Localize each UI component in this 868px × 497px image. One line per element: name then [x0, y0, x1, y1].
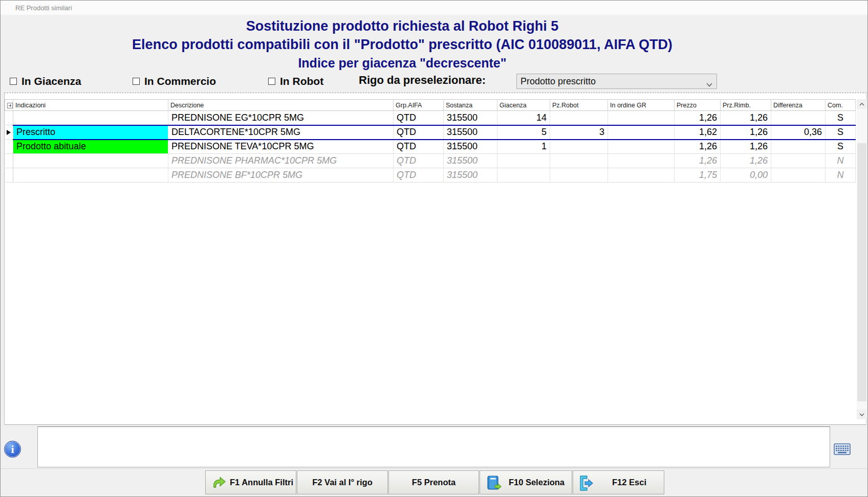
- cell-indicazioni[interactable]: Prescritto: [13, 125, 168, 140]
- cell-giacenza[interactable]: [497, 168, 550, 183]
- cell-prezzo[interactable]: 1,75: [675, 168, 721, 183]
- cell-in-ordine-gr[interactable]: [608, 140, 675, 154]
- cell-differenza[interactable]: [771, 154, 826, 168]
- expand-all-header[interactable]: [5, 100, 13, 111]
- scroll-up-button[interactable]: [857, 99, 867, 109]
- checkbox-icon[interactable]: [268, 78, 275, 85]
- cell-grp-aifa[interactable]: QTD: [394, 125, 444, 140]
- table-row[interactable]: PREDNISONE EG*10CPR 5MG QTD 315500 14 1,…: [5, 111, 856, 125]
- preselect-dropdown-value: Prodotto prescritto: [520, 76, 596, 87]
- cell-sostanza[interactable]: 315500: [444, 125, 497, 140]
- expand-all-icon[interactable]: [7, 103, 13, 108]
- cell-descrizione[interactable]: PREDNISONE EG*10CPR 5MG: [168, 111, 394, 125]
- col-header-giacenza[interactable]: Giacenza: [497, 100, 550, 111]
- f12-esci-button[interactable]: F12 Esci: [573, 470, 664, 494]
- col-header-com[interactable]: Com.: [826, 100, 856, 111]
- col-header-grp-aifa[interactable]: Grp.AIFA: [394, 100, 444, 111]
- scroll-down-button[interactable]: [857, 410, 867, 419]
- row-selector-cell[interactable]: [5, 168, 13, 183]
- f5-prenota-button[interactable]: F5 Prenota: [388, 470, 479, 494]
- col-header-indicazioni[interactable]: Indicazioni: [13, 100, 168, 111]
- f2-vai-al-primo-rigo-button[interactable]: F2 Vai al I° rigo: [297, 470, 388, 494]
- cell-in-ordine-gr[interactable]: [608, 168, 675, 183]
- cell-prz-rimb[interactable]: 1,26: [721, 125, 771, 140]
- keyboard-icon[interactable]: [834, 443, 851, 457]
- cell-indicazioni[interactable]: [13, 111, 168, 125]
- cell-com[interactable]: S: [826, 111, 856, 125]
- cell-sostanza[interactable]: 315500: [444, 168, 497, 183]
- cell-giacenza[interactable]: [497, 154, 550, 168]
- vertical-scrollbar[interactable]: [857, 99, 867, 419]
- table-row[interactable]: PREDNISONE BF*10CPR 5MG QTD 315500 1,75 …: [5, 168, 856, 183]
- f1-annulla-filtri-button[interactable]: F1 Annulla Filtri: [205, 470, 296, 494]
- table-row[interactable]: PREDNISONE PHARMAC*10CPR 5MG QTD 315500 …: [5, 154, 856, 168]
- cell-indicazioni[interactable]: [13, 154, 168, 168]
- col-header-prz-rimb[interactable]: Prz.Rimb.: [721, 100, 771, 111]
- col-header-differenza[interactable]: Differenza: [771, 100, 826, 111]
- cell-giacenza[interactable]: 5: [497, 125, 550, 140]
- cell-differenza[interactable]: 0,36: [771, 125, 826, 140]
- cell-indicazioni[interactable]: Prodotto abituale: [13, 140, 168, 154]
- row-selector-cell[interactable]: [5, 140, 13, 154]
- cell-indicazioni[interactable]: [13, 168, 168, 183]
- cell-sostanza[interactable]: 315500: [444, 111, 497, 125]
- cell-sostanza[interactable]: 315500: [444, 140, 497, 154]
- cell-com[interactable]: N: [826, 154, 856, 168]
- table-row-selected[interactable]: Prescritto DELTACORTENE*10CPR 5MG QTD 31…: [5, 125, 856, 140]
- row-selector-cell[interactable]: [5, 125, 13, 140]
- cell-prezzo[interactable]: 1,62: [675, 125, 721, 140]
- cell-com[interactable]: N: [826, 168, 856, 183]
- cell-pz-robot[interactable]: [550, 111, 608, 125]
- cell-grp-aifa[interactable]: QTD: [394, 111, 444, 125]
- scrollbar-thumb[interactable]: [857, 143, 866, 401]
- col-header-in-ordine-gr[interactable]: In ordine GR: [608, 100, 675, 111]
- col-header-prezzo[interactable]: Prezzo: [675, 100, 721, 111]
- cell-descrizione[interactable]: PREDNISONE BF*10CPR 5MG: [168, 168, 394, 183]
- cell-differenza[interactable]: [771, 140, 826, 154]
- col-header-descrizione[interactable]: Descrizione: [168, 100, 394, 111]
- checkbox-icon[interactable]: [133, 78, 140, 85]
- heading-line-3: Indice per giacenza "decrescente": [1, 54, 804, 72]
- button-label: F2 Vai al I° rigo: [297, 471, 387, 494]
- cell-pz-robot[interactable]: [550, 140, 608, 154]
- cell-com[interactable]: S: [826, 140, 856, 154]
- cell-differenza[interactable]: [771, 111, 826, 125]
- cell-descrizione[interactable]: PREDNISONE TEVA*10CPR 5MG: [168, 140, 394, 154]
- cell-com[interactable]: S: [826, 125, 856, 140]
- f10-seleziona-button[interactable]: F10 Seleziona: [480, 470, 572, 494]
- checkbox-in-commercio[interactable]: In Commercio: [133, 72, 216, 91]
- checkbox-in-giacenza[interactable]: In Giacenza: [10, 72, 81, 91]
- row-selector-cell[interactable]: [5, 154, 13, 168]
- checkbox-icon[interactable]: [10, 78, 17, 85]
- preselect-dropdown[interactable]: Prodotto prescritto: [516, 74, 717, 89]
- cell-in-ordine-gr[interactable]: [608, 154, 675, 168]
- cell-prz-rimb[interactable]: 1,26: [721, 140, 771, 154]
- cell-pz-robot[interactable]: [550, 154, 608, 168]
- cell-prezzo[interactable]: 1,26: [675, 154, 721, 168]
- col-header-sostanza[interactable]: Sostanza: [444, 100, 497, 111]
- cell-in-ordine-gr[interactable]: [608, 111, 675, 125]
- cell-prz-rimb[interactable]: 1,26: [721, 111, 771, 125]
- cell-in-ordine-gr[interactable]: [608, 125, 675, 140]
- cell-descrizione[interactable]: PREDNISONE PHARMAC*10CPR 5MG: [168, 154, 394, 168]
- cell-prz-rimb[interactable]: 1,26: [721, 154, 771, 168]
- cell-giacenza[interactable]: 1: [497, 140, 550, 154]
- cell-differenza[interactable]: [771, 168, 826, 183]
- cell-prezzo[interactable]: 1,26: [675, 140, 721, 154]
- info-icon[interactable]: i: [4, 441, 21, 458]
- cell-pz-robot[interactable]: 3: [550, 125, 608, 140]
- cell-grp-aifa[interactable]: QTD: [394, 168, 444, 183]
- cell-pz-robot[interactable]: [550, 168, 608, 183]
- checkbox-in-robot[interactable]: In Robot: [268, 72, 323, 91]
- cell-grp-aifa[interactable]: QTD: [394, 140, 444, 154]
- cell-descrizione[interactable]: DELTACORTENE*10CPR 5MG: [168, 125, 394, 140]
- cell-grp-aifa[interactable]: QTD: [394, 154, 444, 168]
- cell-prezzo[interactable]: 1,26: [675, 111, 721, 125]
- cell-giacenza[interactable]: 14: [497, 111, 550, 125]
- heading-line-1: Sostituzione prodotto richiesta al Robot…: [1, 17, 804, 35]
- row-selector-cell[interactable]: [5, 111, 13, 125]
- col-header-pz-robot[interactable]: Pz.Robot: [550, 100, 608, 111]
- cell-sostanza[interactable]: 315500: [444, 154, 497, 168]
- table-row[interactable]: Prodotto abituale PREDNISONE TEVA*10CPR …: [5, 140, 856, 154]
- cell-prz-rimb[interactable]: 0,00: [721, 168, 771, 183]
